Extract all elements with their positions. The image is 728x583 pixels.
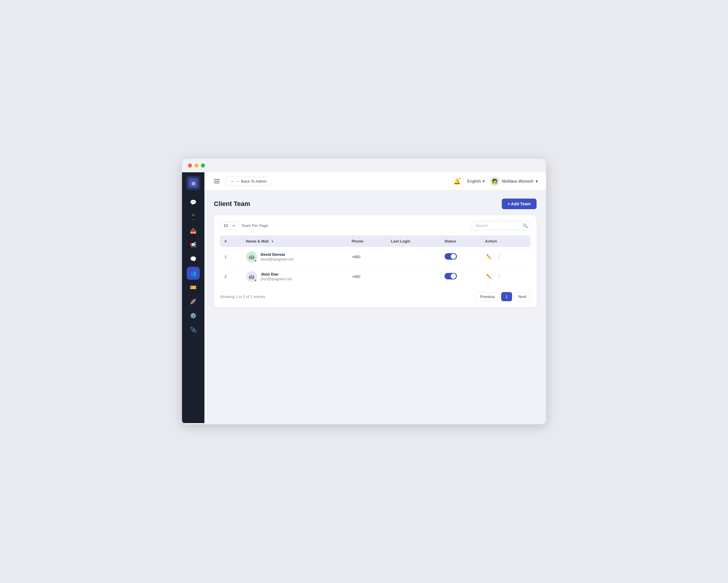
hamburger-line <box>214 179 220 180</box>
app-window: 🤖 💬 📱 📤 📢 🗨️ 👥 🎫 <box>182 159 546 424</box>
rocket-icon: 🚀 <box>190 298 197 305</box>
user-email: david@spagreen.net <box>261 257 293 261</box>
sort-icon: ▼ <box>271 240 274 243</box>
app-container: 🤖 💬 📱 📤 📢 🗨️ 👥 🎫 <box>182 172 546 423</box>
maximize-dot[interactable] <box>201 163 205 168</box>
avatar: 🤖 <box>246 271 257 282</box>
page-title: Client Team <box>214 200 250 208</box>
showing-text: Showing 1 to 2 of 2 entries <box>220 295 265 299</box>
table-row: 2 🤖 Jhon Doe jhon@spagreen.net +880 <box>220 267 531 286</box>
per-page-select: 10 25 50 100 Team Per Page <box>220 221 268 230</box>
hamburger-button[interactable] <box>213 178 221 184</box>
chat-icon: 🗨️ <box>190 256 197 262</box>
sidebar-item-team[interactable]: 👥 <box>187 267 200 280</box>
logo-icon: 🤖 <box>188 178 198 188</box>
edit-button[interactable]: ✏️ <box>485 253 493 261</box>
online-indicator <box>254 259 257 262</box>
titlebar <box>182 159 546 172</box>
hamburger-line <box>214 181 220 181</box>
row-status <box>440 247 480 267</box>
row-name-mail: 🤖 Devid Denvar david@spagreen.net <box>241 247 347 267</box>
language-chevron-icon: ▾ <box>483 179 485 183</box>
team-table: # Name & Mail ▼ Phone Last Login Status … <box>220 235 531 286</box>
sidebar-item-tickets[interactable]: 🎫 <box>187 281 200 294</box>
row-action: ✏️ ⋮ <box>480 267 531 286</box>
pagination: Previous 1 Next <box>475 292 531 301</box>
table-footer: Showing 1 to 2 of 2 entries Previous 1 N… <box>220 292 531 301</box>
user-name-label: Nicklaus Wunsch <box>502 179 533 183</box>
previous-button[interactable]: Previous <box>475 292 499 301</box>
hamburger-line <box>214 183 220 183</box>
row-index: 2 <box>220 267 241 286</box>
avatar-icon: 🧑 <box>492 178 498 184</box>
topnav-right: 🔔 English ▾ 🧑 Nicklaus Wunsch ▾ <box>452 176 538 186</box>
status-toggle[interactable] <box>444 273 457 279</box>
user-menu-button[interactable]: 🧑 Nicklaus Wunsch ▾ <box>490 176 538 186</box>
user-email: jhon@spagreen.net <box>261 277 292 281</box>
back-to-admin-label: ← Back To Admin <box>236 179 266 183</box>
per-page-label: Team Per Page <box>241 223 268 228</box>
user-info: Jhon Doe jhon@spagreen.net <box>261 272 292 281</box>
col-action: Action <box>480 235 531 247</box>
user-name: Devid Denvar <box>261 252 293 257</box>
tickets-icon: 🎫 <box>190 284 197 290</box>
col-name-mail: Name & Mail ▼ <box>241 235 347 247</box>
more-options-button[interactable]: ⋮ <box>496 253 503 261</box>
notifications-button[interactable]: 🔔 <box>452 176 462 186</box>
page-header: Client Team + Add Team <box>214 199 537 209</box>
send-icon: 📤 <box>190 227 197 234</box>
language-selector[interactable]: English ▾ <box>467 179 485 183</box>
user-chevron-icon: ▾ <box>536 179 538 183</box>
user-avatar: 🧑 <box>490 176 499 186</box>
page-1-button[interactable]: 1 <box>501 292 512 301</box>
megaphone-icon: 📢 <box>190 242 197 248</box>
sidebar-item-megaphone[interactable]: 📢 <box>187 238 200 251</box>
status-toggle[interactable] <box>444 253 457 260</box>
row-index: 1 <box>220 247 241 267</box>
row-action: ✏️ ⋮ <box>480 247 531 267</box>
col-index: # <box>220 235 241 247</box>
topnav-left: ← ← Back To Admin <box>213 177 271 186</box>
row-name-mail: 🤖 Jhon Doe jhon@spagreen.net <box>241 267 347 286</box>
edit-button[interactable]: ✏️ <box>485 273 493 281</box>
table-row: 1 🤖 Devid Denvar david@spagreen.net +880 <box>220 247 531 267</box>
sidebar: 🤖 💬 📱 📤 📢 🗨️ 👥 🎫 <box>182 172 204 423</box>
page-content: Client Team + Add Team 10 25 50 100 <box>204 190 546 423</box>
add-team-button[interactable]: + Add Team <box>502 199 537 209</box>
row-last-login <box>386 247 440 267</box>
table-toolbar: 10 25 50 100 Team Per Page 🔍 <box>220 221 531 230</box>
back-to-admin-button[interactable]: ← ← Back To Admin <box>226 177 271 186</box>
per-page-dropdown[interactable]: 10 25 50 100 <box>220 221 239 230</box>
sidebar-item-whatsapp[interactable]: 📱 <box>187 210 200 223</box>
sidebar-logo[interactable]: 🤖 <box>186 176 200 190</box>
next-button[interactable]: Next <box>514 292 531 301</box>
sidebar-item-settings[interactable]: ⚙️ <box>187 309 200 322</box>
conversations-icon: 💬 <box>190 199 197 206</box>
search-input[interactable] <box>472 221 531 230</box>
team-icon: 👥 <box>190 270 197 276</box>
user-info: Devid Denvar david@spagreen.net <box>261 252 293 261</box>
avatar: 🤖 <box>246 251 257 262</box>
online-indicator <box>254 279 257 282</box>
sidebar-item-conversations[interactable]: 💬 <box>187 196 200 209</box>
main-content: ← ← Back To Admin 🔔 English ▾ <box>204 172 546 423</box>
settings-icon: ⚙️ <box>190 312 197 319</box>
sidebar-item-chat[interactable]: 🗨️ <box>187 253 200 265</box>
attachment-icon: 📎 <box>190 327 197 333</box>
sidebar-item-rocket[interactable]: 🚀 <box>187 295 200 308</box>
more-options-button[interactable]: ⋮ <box>496 273 503 281</box>
user-name: Jhon Doe <box>261 272 292 276</box>
notification-badge <box>459 177 461 179</box>
table-card: 10 25 50 100 Team Per Page 🔍 <box>214 215 537 307</box>
sidebar-item-send[interactable]: 📤 <box>187 224 200 237</box>
row-phone: +880 <box>347 247 386 267</box>
sidebar-item-attachment[interactable]: 📎 <box>187 323 200 336</box>
col-phone: Phone <box>347 235 386 247</box>
search-box: 🔍 <box>472 221 531 230</box>
language-label: English <box>467 179 481 183</box>
close-dot[interactable] <box>188 163 192 168</box>
whatsapp-icon: 📱 <box>190 213 197 220</box>
col-last-login: Last Login <box>386 235 440 247</box>
minimize-dot[interactable] <box>194 163 199 168</box>
topnav: ← ← Back To Admin 🔔 English ▾ <box>204 172 546 190</box>
